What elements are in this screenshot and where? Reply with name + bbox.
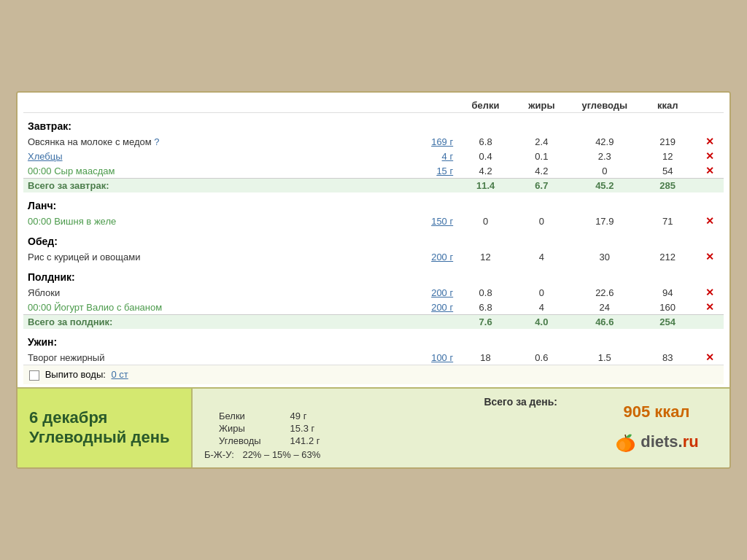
main-container: белки жиры углеводы ккал Завтрак: Овсянк… xyxy=(16,91,731,469)
meal-label: Полдник: xyxy=(23,264,724,285)
cell-name: Яблоки xyxy=(23,285,387,300)
cell-amount[interactable]: 150 г xyxy=(387,214,457,228)
cell-delete[interactable]: ✕ xyxy=(696,163,724,179)
bju-label: Б-Ж-У: xyxy=(204,449,234,460)
amount-link[interactable]: 200 г xyxy=(431,287,453,298)
total-carbs: 46.6 xyxy=(570,315,640,330)
bottom-area: 6 декабря Углеводный день Всего за день:… xyxy=(18,387,729,467)
cell-protein: 4.2 xyxy=(457,163,514,179)
meal-header-supper: Ужин: xyxy=(23,329,724,350)
cell-protein: 18 xyxy=(457,350,514,365)
question-mark[interactable]: ? xyxy=(154,136,159,147)
cell-carbs: 1.5 xyxy=(570,350,640,365)
cell-protein: 12 xyxy=(457,249,514,264)
delete-button[interactable]: ✕ xyxy=(705,136,714,147)
cell-delete[interactable]: ✕ xyxy=(696,350,724,365)
water-label: Выпито воды: xyxy=(45,369,106,380)
total-kcal: 254 xyxy=(640,315,696,330)
protein-label: Белки xyxy=(219,411,261,421)
delete-button[interactable]: ✕ xyxy=(705,215,714,227)
meal-header-lunch: Ланч: xyxy=(23,192,724,214)
cell-carbs: 30 xyxy=(570,249,640,264)
svg-line-3 xyxy=(625,435,626,438)
table-row: Творог нежирный 100 г 18 0.6 1.5 83 ✕ xyxy=(23,350,724,365)
amount-link[interactable]: 169 г xyxy=(431,136,453,147)
delete-button[interactable]: ✕ xyxy=(705,150,714,162)
cell-delete[interactable]: ✕ xyxy=(696,134,724,149)
amount-link[interactable]: 15 г xyxy=(436,166,453,176)
cell-kcal: 212 xyxy=(640,249,696,264)
bju-row: Б-Ж-У: 22% – 15% – 63% xyxy=(204,449,572,460)
food-name: Яблоки xyxy=(28,287,60,298)
cell-carbs: 17.9 xyxy=(570,214,640,228)
amount-link[interactable]: 200 г xyxy=(431,302,453,313)
meal-label: Завтрак: xyxy=(23,113,724,135)
delete-button[interactable]: ✕ xyxy=(705,287,714,298)
food-name: Вишня в желе xyxy=(54,216,116,227)
amount-link[interactable]: 100 г xyxy=(431,352,453,363)
cell-name: Овсянка на молоке с медом ? xyxy=(23,134,387,149)
cell-kcal: 160 xyxy=(640,300,696,315)
cell-name: 00:00 Вишня в желе xyxy=(23,214,387,228)
delete-button[interactable]: ✕ xyxy=(705,251,714,262)
table-row: Рис с курицей и овощами 200 г 12 4 30 21… xyxy=(23,249,724,264)
cell-protein: 0 xyxy=(457,214,514,228)
column-headers: белки жиры углеводы ккал xyxy=(23,96,724,113)
amount-link[interactable]: 4 г xyxy=(442,151,454,162)
cell-delete[interactable]: ✕ xyxy=(696,300,724,315)
food-name: Йогурт Валио с бананом xyxy=(54,302,162,313)
total-fat: 4.0 xyxy=(514,315,570,330)
meal-label: Ужин: xyxy=(23,329,724,350)
total-kcal: 285 xyxy=(640,179,696,193)
col-header-kcal: ккал xyxy=(640,96,696,113)
cell-amount[interactable]: 100 г xyxy=(387,350,457,365)
cell-amount[interactable]: 4 г xyxy=(387,149,457,163)
meal-label: Обед: xyxy=(23,228,724,249)
meal-header-snack: Полдник: xyxy=(23,264,724,285)
cell-amount[interactable]: 15 г xyxy=(387,163,457,179)
col-header-protein: белки xyxy=(457,96,514,113)
cell-kcal: 12 xyxy=(640,149,696,163)
total-day-label: Всего за день: xyxy=(204,396,572,408)
cell-name: 00:00 Йогурт Валио с бананом xyxy=(23,300,387,315)
cell-delete[interactable]: ✕ xyxy=(696,249,724,264)
cell-fat: 4 xyxy=(514,300,570,315)
logo-text: diets.ru xyxy=(640,432,698,451)
table-row: Овсянка на молоке с медом ? 169 г 6.8 2.… xyxy=(23,134,724,149)
cell-carbs: 2.3 xyxy=(570,149,640,163)
delete-button[interactable]: ✕ xyxy=(705,165,714,176)
total-label: Всего за завтрак: xyxy=(23,179,457,193)
logo-ru: ru xyxy=(683,432,699,451)
total-protein: 11.4 xyxy=(457,179,514,193)
fat-label: Жиры xyxy=(219,423,261,434)
amount-link[interactable]: 150 г xyxy=(431,216,453,227)
cell-fat: 4.2 xyxy=(514,163,570,179)
food-name[interactable]: Хлебцы xyxy=(28,151,63,162)
total-protein: 7.6 xyxy=(457,315,514,330)
svg-point-2 xyxy=(619,441,625,450)
cell-delete[interactable]: ✕ xyxy=(696,149,724,163)
water-value[interactable]: 0 ст xyxy=(111,369,128,380)
total-del xyxy=(696,179,724,193)
cell-fat: 0 xyxy=(514,285,570,300)
cell-amount[interactable]: 200 г xyxy=(387,285,457,300)
food-name: Рис с курицей и овощами xyxy=(28,252,140,262)
cell-amount[interactable]: 169 г xyxy=(387,134,457,149)
cell-kcal: 54 xyxy=(640,163,696,179)
time-label: 00:00 xyxy=(28,216,52,227)
protein-value: 49 г xyxy=(290,411,320,421)
delete-button[interactable]: ✕ xyxy=(705,301,714,313)
cell-amount[interactable]: 200 г xyxy=(387,300,457,315)
water-checkbox[interactable] xyxy=(29,370,39,381)
amount-link[interactable]: 200 г xyxy=(431,252,453,262)
cell-kcal: 94 xyxy=(640,285,696,300)
cell-delete[interactable]: ✕ xyxy=(696,214,724,228)
col-header-carbs: углеводы xyxy=(570,96,640,113)
cell-fat: 4 xyxy=(514,249,570,264)
table-row: 00:00 Вишня в желе 150 г 0 0 17.9 71 ✕ xyxy=(23,214,724,228)
date-block: 6 декабря Углеводный день xyxy=(18,389,193,467)
total-del xyxy=(696,315,724,330)
cell-delete[interactable]: ✕ xyxy=(696,285,724,300)
cell-amount[interactable]: 200 г xyxy=(387,249,457,264)
delete-button[interactable]: ✕ xyxy=(705,351,714,363)
